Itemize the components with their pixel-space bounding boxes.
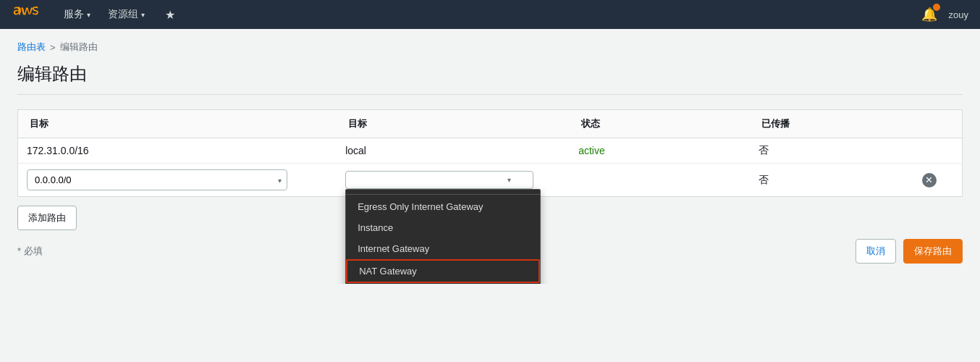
breadcrumb-separator: > <box>50 42 56 53</box>
resources-label: 资源组 <box>108 8 138 21</box>
dropdown-divider <box>346 194 540 195</box>
username-label[interactable]: zouy <box>949 9 968 20</box>
breadcrumb: 路由表 > 编辑路由 <box>17 41 963 54</box>
aws-logo[interactable] <box>12 4 41 25</box>
cancel-button[interactable]: 取消 <box>856 239 896 264</box>
col-header-target: 目标 <box>337 110 570 138</box>
star-icon: ★ <box>165 8 175 22</box>
row1-actions <box>913 138 963 164</box>
required-note: * 必填 <box>17 245 43 258</box>
footer-buttons: 取消 保存路由 <box>856 239 963 264</box>
notification-bell[interactable]: 🔔 <box>921 7 937 22</box>
destination-input[interactable] <box>27 169 287 190</box>
table-row-new: ▾ ▾ Egress Only Internet Gateway Ins <box>18 164 963 197</box>
topnav-right: 🔔 zouy <box>921 7 968 22</box>
new-row-actions: ✕ <box>913 164 963 197</box>
services-menu[interactable]: 服务 ▾ <box>55 0 99 29</box>
dropdown-option-network-interface[interactable]: Network Interface <box>346 283 540 284</box>
breadcrumb-current: 编辑路由 <box>60 41 98 54</box>
new-row-status <box>570 164 750 197</box>
resources-menu[interactable]: 资源组 ▾ <box>99 0 153 29</box>
remove-row-icon: ✕ <box>922 173 937 188</box>
status-badge: active <box>578 145 605 156</box>
resources-chevron-icon: ▾ <box>141 11 145 19</box>
row1-status: active <box>570 138 750 164</box>
col-header-propagated: 已传播 <box>750 110 913 138</box>
notification-badge <box>933 4 940 11</box>
row1-destination: 172.31.0.0/16 <box>18 138 337 164</box>
table-row: 172.31.0.0/16 local active 否 <box>18 138 963 164</box>
new-row-propagated: 否 <box>750 164 913 197</box>
services-chevron-icon: ▾ <box>87 11 90 19</box>
target-dropdown-trigger[interactable]: ▾ <box>345 171 533 189</box>
col-header-destination: 目标 <box>18 110 337 138</box>
save-routes-button[interactable]: 保存路由 <box>903 239 963 264</box>
destination-select-wrapper: ▾ <box>27 169 287 190</box>
page-content: 路由表 > 编辑路由 编辑路由 目标 目标 状态 已传播 172.31.0.0/… <box>0 29 980 284</box>
page-title: 编辑路由 <box>17 62 963 95</box>
new-row-destination-cell: ▾ <box>18 164 337 197</box>
target-dropdown-arrow-icon: ▾ <box>507 176 511 184</box>
top-navigation: 服务 ▾ 资源组 ▾ ★ 🔔 zouy <box>0 0 980 29</box>
favorites-button[interactable]: ★ <box>153 0 184 29</box>
row1-target: local <box>337 138 570 164</box>
route-table: 目标 目标 状态 已传播 172.31.0.0/16 local active … <box>17 109 963 197</box>
col-header-status: 状态 <box>570 110 750 138</box>
table-header: 目标 目标 状态 已传播 <box>18 110 963 138</box>
dropdown-option-internet-gateway[interactable]: Internet Gateway <box>346 238 540 259</box>
row1-propagated: 否 <box>750 138 913 164</box>
dropdown-option-nat-gateway[interactable]: NAT Gateway <box>346 259 540 283</box>
target-dropdown-container: ▾ Egress Only Internet Gateway Instance … <box>345 171 533 189</box>
services-label: 服务 <box>64 8 84 21</box>
remove-row-button[interactable]: ✕ <box>922 173 937 188</box>
dropdown-option-instance[interactable]: Instance <box>346 217 540 238</box>
breadcrumb-parent-link[interactable]: 路由表 <box>17 41 46 54</box>
new-row-target-cell: ▾ Egress Only Internet Gateway Instance … <box>337 164 570 197</box>
dropdown-option-egress-igw[interactable]: Egress Only Internet Gateway <box>346 196 540 217</box>
col-header-actions <box>913 110 963 138</box>
add-route-button[interactable]: 添加路由 <box>17 206 77 230</box>
target-dropdown-menu: Egress Only Internet Gateway Instance In… <box>345 189 541 284</box>
